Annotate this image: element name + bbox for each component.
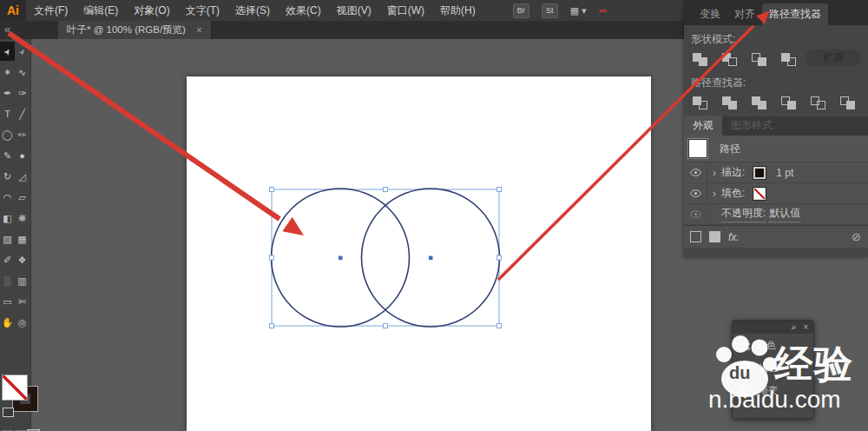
stock-icon[interactable]: St — [542, 3, 558, 18]
expand-panel-icon[interactable]: » — [792, 322, 797, 332]
direct-selection-tool-icon: ➢ — [16, 45, 29, 56]
menu-type[interactable]: 文字(T) — [178, 0, 227, 21]
hand-tool[interactable]: ✋ — [0, 313, 15, 332]
trim-button[interactable] — [720, 95, 740, 112]
tab-appearance[interactable]: 外观 — [684, 116, 722, 136]
free-transform-icon: ▱ — [18, 192, 25, 203]
curvature-tool[interactable]: ✑ — [15, 83, 30, 103]
close-icon[interactable]: × — [196, 24, 202, 36]
unite-button[interactable] — [691, 51, 710, 69]
fill-swatch-none[interactable] — [753, 188, 766, 200]
twirl-tool[interactable]: ❋ — [15, 209, 30, 228]
divide-button[interactable] — [691, 95, 710, 112]
magic-wand-tool[interactable]: ✶ — [0, 63, 15, 82]
stroke-visibility-toggle[interactable] — [684, 162, 707, 182]
panel-item-color[interactable]: 颜色 — [733, 334, 813, 356]
eye-icon — [690, 210, 701, 218]
app-logo[interactable]: Ai — [0, 0, 26, 21]
selection-tool[interactable]: ➤ — [0, 42, 15, 61]
zoom-tool[interactable]: ◎ — [15, 313, 30, 332]
blob-brush-tool[interactable]: ● — [15, 146, 30, 165]
menu-object[interactable]: 对象(O) — [126, 0, 177, 21]
symbol-sprayer-icon: ░ — [4, 275, 11, 286]
collapse-panel-icon[interactable]: « — [4, 23, 10, 36]
twirl-icon: ❋ — [18, 213, 26, 224]
paintbrush-tool[interactable]: ✏ — [15, 125, 30, 144]
panel-item-fill[interactable]: 填色 — [733, 356, 813, 379]
ellipse-icon: ◯ — [2, 129, 12, 141]
shape-builder-tool[interactable]: ◧ — [0, 209, 15, 228]
outline-button[interactable] — [809, 95, 828, 112]
intersect-icon — [752, 53, 768, 67]
panel-item-label: 颜色 — [757, 339, 776, 352]
stroke-swatch[interactable] — [753, 167, 766, 179]
default-fill-stroke-icon[interactable] — [3, 408, 14, 417]
bridge-icon[interactable]: Br — [513, 3, 529, 18]
ellipse-tool[interactable]: ◯ — [0, 125, 15, 144]
menu-file[interactable]: 文件(F) — [26, 0, 76, 21]
new-stroke-icon[interactable] — [690, 231, 701, 242]
share-icon[interactable]: ➦ — [599, 4, 608, 17]
menu-help[interactable]: 帮助(H) — [432, 0, 483, 21]
type-tool[interactable]: T — [0, 104, 15, 123]
tab-transform[interactable]: 变换 — [693, 3, 727, 25]
merge-button[interactable] — [750, 95, 769, 112]
new-fill-icon[interactable] — [709, 231, 720, 242]
symbol-sprayer-tool[interactable]: ░ — [0, 271, 15, 290]
pencil-tool[interactable]: ✎ — [0, 146, 15, 165]
width-tool[interactable]: ◠ — [0, 188, 15, 207]
tab-pathfinder[interactable]: 路径查找器 — [762, 3, 828, 25]
perspective-grid-icon: ▨ — [3, 234, 11, 245]
slice-tool[interactable]: ✄ — [15, 292, 30, 311]
line-segment-tool[interactable]: ╱ — [15, 104, 30, 123]
panel-item-label: 渐变 — [759, 384, 778, 397]
eyedropper-icon: ✐ — [3, 255, 11, 266]
appearance-fill-row[interactable]: › 填色: — [684, 183, 868, 204]
menu-effect[interactable]: 效果(C) — [278, 0, 329, 21]
appearance-path-row[interactable]: 路径 — [684, 136, 868, 162]
intersect-button[interactable] — [750, 51, 769, 69]
clear-appearance-icon[interactable]: ⊘ — [852, 230, 868, 243]
appearance-opacity-row[interactable]: 不透明度: 默认值 — [684, 204, 868, 225]
effects-fx-icon[interactable]: fx. — [728, 231, 740, 243]
chevron-right-icon[interactable]: › — [707, 167, 721, 179]
eyedropper-tool[interactable]: ✐ — [0, 250, 15, 269]
close-icon[interactable]: × — [803, 322, 808, 332]
mesh-tool[interactable]: ▦ — [15, 229, 30, 249]
minus-front-button[interactable] — [720, 51, 740, 69]
crop-button[interactable] — [779, 95, 799, 112]
document-tab[interactable]: 叶子* @ 100% (RGB/预览) × — [58, 21, 212, 39]
lasso-tool[interactable]: ∿ — [15, 63, 30, 82]
menu-edit[interactable]: 编辑(E) — [76, 0, 126, 21]
exclude-button[interactable] — [779, 51, 799, 69]
scale-tool[interactable]: ◿ — [15, 167, 30, 186]
perspective-grid-tool[interactable]: ▨ — [0, 229, 15, 249]
opacity-value[interactable]: 默认值 — [769, 206, 800, 222]
fill-visibility-toggle[interactable] — [684, 183, 707, 203]
workspace-switcher[interactable]: ▦ ▾ — [570, 5, 587, 17]
pen-tool[interactable]: ✒ — [0, 83, 15, 103]
direct-selection-tool[interactable]: ➢ — [15, 42, 30, 61]
artboard-icon: ▭ — [3, 296, 11, 308]
artboard-tool[interactable]: ▭ — [0, 292, 15, 311]
artboard[interactable] — [187, 76, 651, 431]
document-tab-bar: « 叶子* @ 100% (RGB/预览) × — [0, 21, 684, 39]
menu-window[interactable]: 窗口(W) — [379, 0, 432, 21]
pathfinder-panel: 变换 对齐 路径查找器 形状模式: 扩展 路径查找器: 外观 图形样式 路径 — [684, 0, 868, 257]
stroke-weight-value[interactable]: 1 pt — [776, 167, 793, 179]
fill-color-well-none[interactable] — [2, 375, 28, 401]
opacity-label[interactable]: 不透明度: — [721, 206, 766, 222]
menu-view[interactable]: 视图(V) — [329, 0, 379, 21]
appearance-stroke-row[interactable]: › 描边: 1 pt — [684, 162, 868, 183]
opacity-visibility-toggle[interactable] — [684, 204, 707, 224]
minus-back-button[interactable] — [838, 95, 858, 112]
blend-tool[interactable]: ❖ — [15, 250, 30, 269]
menu-select[interactable]: 选择(S) — [227, 0, 278, 21]
chevron-right-icon[interactable]: › — [707, 188, 721, 200]
panel-item-gradient[interactable]: 渐变 — [733, 379, 813, 401]
tab-graphic-styles[interactable]: 图形样式 — [722, 116, 781, 136]
tab-align[interactable]: 对齐 — [727, 3, 762, 25]
free-transform-tool[interactable]: ▱ — [15, 188, 30, 207]
rotate-tool[interactable]: ↻ — [0, 167, 15, 186]
graph-tool[interactable]: ▥ — [15, 271, 30, 290]
